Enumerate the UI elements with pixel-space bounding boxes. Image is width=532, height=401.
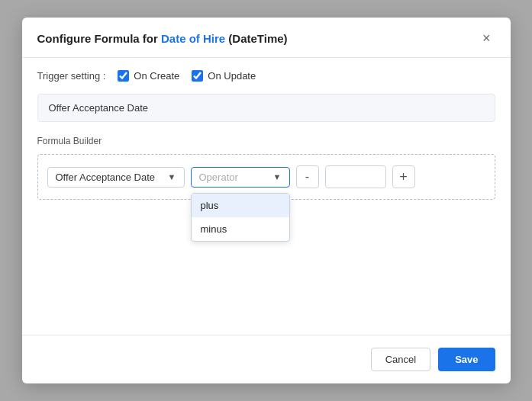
field-select-arrow: ▼ — [168, 172, 176, 181]
modal-header: Configure Formula for Date of Hire (Date… — [22, 18, 511, 58]
field-header-text: Offer Acceptance Date — [49, 102, 149, 114]
operator-dropdown: plus minus — [191, 193, 290, 242]
on-create-label: On Create — [134, 70, 179, 82]
formula-builder-label: Formula Builder — [37, 136, 495, 146]
on-create-group: On Create — [118, 70, 179, 82]
value-input[interactable] — [325, 165, 386, 188]
modal-title-highlight: Date of Hire — [161, 32, 225, 45]
on-update-checkbox[interactable] — [192, 70, 203, 82]
dropdown-item-plus[interactable]: plus — [192, 194, 289, 217]
plus-button[interactable]: + — [392, 165, 415, 188]
operator-select[interactable]: Operator ▼ — [191, 167, 290, 188]
save-button[interactable]: Save — [438, 348, 495, 371]
modal-overlay: Configure Formula for Date of Hire (Date… — [0, 0, 532, 401]
modal: Configure Formula for Date of Hire (Date… — [22, 18, 511, 383]
on-update-group: On Update — [192, 70, 256, 82]
modal-footer: Cancel Save — [22, 335, 511, 383]
operator-wrapper: Operator ▼ plus minus — [191, 167, 290, 188]
on-update-label: On Update — [208, 70, 256, 82]
modal-title-suffix: (DateTime) — [225, 32, 287, 45]
field-select[interactable]: Offer Acceptance Date ▼ — [47, 167, 185, 188]
modal-title: Configure Formula for Date of Hire (Date… — [37, 32, 288, 45]
minus-button[interactable]: - — [296, 165, 319, 188]
on-create-checkbox[interactable] — [118, 70, 129, 82]
field-header-box: Offer Acceptance Date — [37, 94, 495, 122]
dropdown-item-minus[interactable]: minus — [192, 217, 289, 241]
operator-arrow: ▼ — [273, 172, 282, 181]
modal-body: Trigger setting : On Create On Update Of… — [22, 58, 511, 335]
operator-placeholder: Operator — [199, 172, 238, 183]
close-button[interactable]: × — [478, 30, 495, 47]
trigger-label: Trigger setting : — [37, 70, 106, 82]
field-select-value: Offer Acceptance Date — [56, 172, 156, 183]
formula-row: Offer Acceptance Date ▼ Operator ▼ plus … — [47, 165, 485, 188]
formula-builder-area: Offer Acceptance Date ▼ Operator ▼ plus … — [37, 154, 495, 200]
trigger-row: Trigger setting : On Create On Update — [37, 70, 495, 82]
cancel-button[interactable]: Cancel — [371, 348, 430, 371]
modal-title-prefix: Configure Formula for — [37, 32, 162, 45]
